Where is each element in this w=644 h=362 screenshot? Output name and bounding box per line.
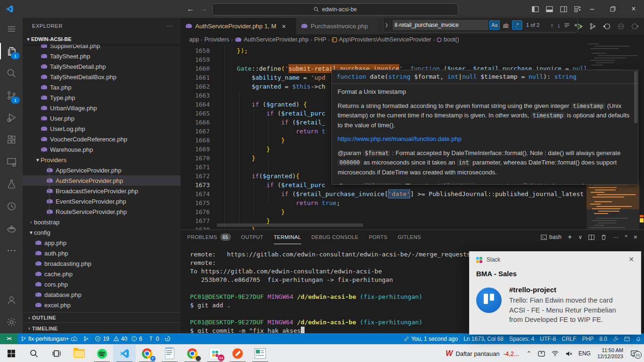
find-in-selection-icon[interactable]: [564, 22, 570, 28]
indentation-status[interactable]: Spaces: 4: [506, 333, 537, 344]
vscode-taskbar-button[interactable]: [113, 345, 136, 362]
nav-dot-circle-icon[interactable]: [617, 23, 625, 30]
activity-run-debug-icon[interactable]: [0, 107, 23, 129]
explorer-item-vouchercodereference-php[interactable]: VoucherCodeReference.php: [23, 134, 181, 144]
breadcrumb-item[interactable]: AuthServiceProvider.php: [235, 36, 309, 43]
regex-toggle[interactable]: .*: [512, 20, 522, 30]
panel-tab-ports[interactable]: PORTS: [369, 230, 387, 244]
explorer-item-bootstrap[interactable]: ›bootstrap: [23, 217, 181, 227]
project-root-header[interactable]: ▼ EDWIN-ACSI-BE: [23, 34, 181, 44]
nav-back-circle-icon[interactable]: [603, 23, 611, 30]
scm-graph-icon[interactable]: [589, 23, 596, 30]
explorer-item-auth-php[interactable]: auth.php: [23, 248, 181, 258]
whole-word-toggle[interactable]: ab: [501, 20, 511, 30]
explorer-item-cache-php[interactable]: cache.php: [23, 269, 181, 279]
breadcrumb-item[interactable]: App\Providers\AuthServiceProvider: [332, 36, 431, 43]
language-mode[interactable]: PHP: [579, 333, 597, 344]
find-expand-icon[interactable]: ❯: [383, 18, 390, 32]
breadcrumb-item[interactable]: Providers: [205, 36, 230, 43]
activity-history-icon[interactable]: [0, 195, 23, 217]
chrome-profile2-button[interactable]: [181, 345, 204, 362]
code-line-1677[interactable]: 1677 }: [181, 216, 644, 225]
close-button[interactable]: ×: [623, 0, 644, 18]
blame-status[interactable]: You, 1 second ago: [401, 333, 461, 344]
minimize-button[interactable]: –: [582, 0, 603, 18]
explorer-item-excel-php[interactable]: excel.php: [23, 300, 181, 310]
watchlist-widget-icon[interactable]: W: [446, 349, 453, 358]
activity-remote-explorer-icon[interactable]: [0, 151, 23, 173]
task-view-button[interactable]: [45, 345, 68, 362]
find-input[interactable]: [393, 20, 488, 30]
meet-now-icon[interactable]: [538, 351, 545, 357]
language-indicator[interactable]: ENG: [578, 350, 591, 357]
panel-tab-terminal[interactable]: TERMINAL: [274, 230, 301, 244]
volume-muted-icon[interactable]: [565, 351, 572, 357]
kill-terminal-icon[interactable]: [601, 234, 607, 240]
breadcrumb-item[interactable]: PHP: [314, 36, 326, 43]
command-center-search[interactable]: edwin-acsi-be: [212, 3, 458, 16]
activity-settings-icon[interactable]: [0, 311, 23, 333]
explorer-item-urbanvillage-php[interactable]: UrbanVillage.php: [23, 103, 181, 113]
clock[interactable]: 11:50 AM 12/12/2023: [597, 347, 623, 360]
find-previous-icon[interactable]: ↑: [550, 22, 553, 29]
nav-forward-circle-icon[interactable]: [631, 23, 639, 30]
explorer-item-config[interactable]: ▼config: [23, 227, 181, 238]
git-branch-status[interactable]: fix-perhitungan+: [18, 333, 80, 344]
nav-back-icon[interactable]: ←: [187, 0, 194, 18]
activity-extensions-icon[interactable]: [0, 129, 23, 151]
panel-tab-problems[interactable]: PROBLEMS65: [187, 230, 231, 244]
explorer-item-tallysheet-php[interactable]: TallySheet.php: [23, 51, 181, 61]
notepad-button[interactable]: [158, 345, 181, 362]
explorer-item-user-php[interactable]: User.php: [23, 113, 181, 123]
editor-tab-2[interactable]: PurchaseInvoice.php: [296, 18, 397, 34]
notification-center-icon[interactable]: 21: [630, 350, 638, 357]
notifications-bell-icon[interactable]: [633, 333, 644, 344]
watchlist-label[interactable]: Daftar pantauan: [455, 350, 499, 357]
breadcrumb-item[interactable]: app: [189, 36, 199, 43]
cursor-position[interactable]: Ln 1673, Col 68: [461, 333, 506, 344]
slack-notification-toast[interactable]: Slack ✕ BMA - Sales #trello-project Trel…: [469, 251, 641, 335]
terminal-dropdown-icon[interactable]: ∨: [578, 234, 582, 240]
php-version[interactable]: 8.0: [596, 333, 610, 344]
sidebar-more-icon[interactable]: ···: [167, 23, 181, 29]
encoding-status[interactable]: UTF-8: [537, 333, 559, 344]
tab-close-icon[interactable]: ×: [282, 23, 286, 30]
activity-testing-icon[interactable]: [0, 173, 23, 195]
explorer-item-appserviceprovider-php[interactable]: AppServiceProvider.php: [23, 165, 181, 175]
start-button[interactable]: [0, 345, 23, 362]
find-close-icon[interactable]: ×: [574, 22, 578, 29]
code-line-1674[interactable]: 1674 if ($retail_purchase_invoice['date'…: [181, 189, 644, 198]
explorer-item-tax-php[interactable]: Tax.php: [23, 82, 181, 92]
explorer-item-eventserviceprovider-php[interactable]: EventServiceProvider.php: [23, 196, 181, 206]
remote-indicator[interactable]: ><: [0, 333, 18, 344]
explorer-item-userlog-php[interactable]: UserLog.php: [23, 123, 181, 134]
screenshot-tool-button[interactable]: [226, 345, 249, 362]
code-line-1678[interactable]: 1678 }: [181, 225, 644, 230]
panel-tab-output[interactable]: OUTPUT: [241, 230, 264, 244]
explorer-item-broadcasting-php[interactable]: broadcasting.php: [23, 258, 181, 269]
gitlens-status-icon[interactable]: [162, 333, 173, 344]
explorer-item-authserviceprovider-php[interactable]: AuthServiceProvider.php1, M: [23, 175, 181, 186]
tooltip-scrollbar[interactable]: [634, 71, 637, 123]
new-terminal-icon[interactable]: +: [568, 233, 572, 241]
taskbar-search-button[interactable]: [23, 345, 45, 362]
toggle-secondary-sidebar-icon[interactable]: [556, 0, 570, 18]
file-explorer-button[interactable]: [68, 345, 91, 362]
eol-status[interactable]: CRLF: [559, 333, 579, 344]
match-case-toggle[interactable]: Aa: [489, 20, 500, 30]
spotify-button[interactable]: [91, 345, 113, 362]
problems-status[interactable]: 19 40 6: [92, 333, 145, 344]
explorer-item-cors-php[interactable]: cors.php: [23, 279, 181, 289]
chrome-profile1-button[interactable]: P: [136, 345, 158, 362]
activity-docker-icon[interactable]: [0, 217, 23, 239]
split-terminal-icon[interactable]: [588, 234, 594, 240]
panel-tab-gitlens[interactable]: GITLENS: [398, 230, 421, 244]
activity-search-icon[interactable]: [0, 62, 23, 84]
breadcrumb-item[interactable]: boot(): [437, 36, 459, 43]
tools-status-icon[interactable]: [610, 333, 621, 344]
scm-graph-button[interactable]: [80, 333, 92, 344]
panel-tab-debug-console[interactable]: DEBUG CONSOLE: [312, 230, 359, 244]
code-line-1675[interactable]: 1675 return true;: [181, 198, 644, 207]
editor-tab-1[interactable]: AuthServiceProvider.php 1, M×: [181, 18, 296, 34]
explorer-item-type-php[interactable]: Type.php: [23, 92, 181, 103]
